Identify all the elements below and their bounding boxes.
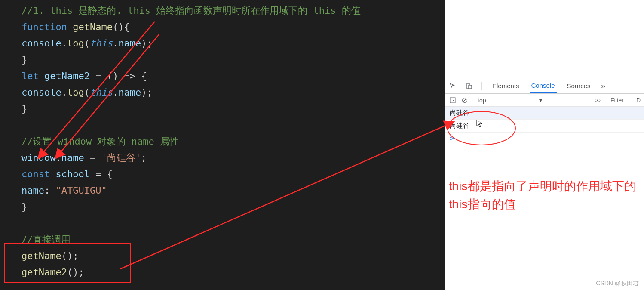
devtools-tabbar: Elements Console Sources » <box>445 78 644 94</box>
svg-line-4 <box>463 99 466 102</box>
letter-d: D <box>636 97 641 104</box>
code-line-8 <box>21 117 445 133</box>
context-selector[interactable]: top ▾ <box>478 97 542 104</box>
code-line-1: //1. this 是静态的. this 始终指向函数声明时所在作用域下的 th… <box>21 3 445 19</box>
mouse-cursor-icon <box>476 119 483 128</box>
device-toggle-icon[interactable] <box>465 82 473 90</box>
code-line-13: } <box>21 199 445 215</box>
code-line-12: name: "ATGUIGU" <box>21 182 445 199</box>
live-expression-icon[interactable] <box>594 96 601 104</box>
code-line-7: } <box>21 101 445 117</box>
clear-console-icon[interactable] <box>461 96 469 104</box>
code-line-9: //设置 window 对象的 name 属性 <box>21 133 445 150</box>
inspect-icon[interactable] <box>449 82 457 90</box>
highlight-ellipse-output <box>447 111 516 145</box>
more-tabs-icon[interactable]: » <box>601 81 606 91</box>
annotation-text: this都是指向了声明时的作用域下的this指向的值 <box>449 177 638 213</box>
code-line-6: console.log(this.name); <box>21 84 445 101</box>
divider <box>481 82 482 90</box>
tab-elements[interactable]: Elements <box>491 80 521 92</box>
tab-console[interactable]: Console <box>530 79 557 93</box>
filter-input[interactable] <box>610 97 632 104</box>
highlight-box-calls <box>4 243 131 283</box>
code-line-3: console.log(this.name); <box>21 35 445 52</box>
svg-rect-1 <box>469 85 472 89</box>
watermark-text: CSDN @秋田君 <box>596 280 639 287</box>
tab-sources[interactable]: Sources <box>565 80 592 92</box>
code-line-2: function getName(){ <box>21 19 445 35</box>
svg-rect-2 <box>450 98 455 103</box>
console-sidebar-icon[interactable] <box>449 96 457 104</box>
svg-point-6 <box>597 99 598 101</box>
divider <box>473 97 473 104</box>
comment-text: //1. this 是静态的. this 始终指向函数声明时所在作用域下的 th… <box>21 5 361 16</box>
code-line-4: } <box>21 52 445 68</box>
divider <box>606 97 606 104</box>
console-toolbar: top ▾ D <box>445 94 644 107</box>
chevron-down-icon: ▾ <box>539 97 542 104</box>
code-line-10: window.name = '尚硅谷'; <box>21 150 445 166</box>
code-line-14 <box>21 215 445 231</box>
code-line-5: let getName2 = () => { <box>21 68 445 84</box>
code-line-11: const school = { <box>21 166 445 182</box>
